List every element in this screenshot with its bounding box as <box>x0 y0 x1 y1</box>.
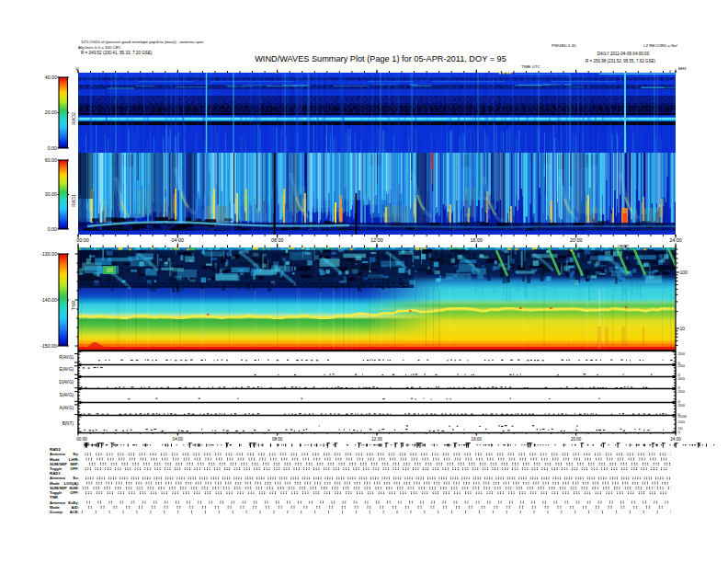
svg-text:60.00: 60.00 <box>45 157 57 163</box>
svg-text:Antenna: Antenna <box>50 500 65 505</box>
svg-text:12:00: 12:00 <box>370 237 383 243</box>
svg-text:00:00: 00:00 <box>76 437 87 442</box>
svg-text:Ey:: Ey: <box>73 452 79 456</box>
svg-text:100: 100 <box>678 419 686 424</box>
svg-text:20.00: 20.00 <box>45 109 57 115</box>
svg-text:08:00: 08:00 <box>272 437 283 442</box>
svg-text:04:00: 04:00 <box>172 237 185 243</box>
svg-text:ACE:: ACE: <box>70 510 79 514</box>
svg-text:200: 200 <box>678 363 686 368</box>
svg-text:30.00: 30.00 <box>45 191 57 197</box>
svg-text:R = 250.98 (231.52, 95.55,: R = 250.98 (231.52, 95.55, 7.62 GSE) <box>586 59 655 63</box>
svg-text:20:00: 20:00 <box>570 237 583 243</box>
svg-text:100: 100 <box>680 270 688 275</box>
svg-text:-140.00: -140.00 <box>40 297 57 303</box>
svg-text:PWGBD 2.40: PWGBD 2.40 <box>552 43 576 48</box>
svg-text:A(AVG): A(AVG) <box>60 406 74 410</box>
svg-text:RAD1: RAD1 <box>71 194 76 207</box>
svg-text:24:00: 24:00 <box>669 237 682 243</box>
svg-text:16:00: 16:00 <box>471 237 483 243</box>
svg-text:Antenna: Antenna <box>50 476 65 480</box>
svg-text:OFF:: OFF: <box>70 466 79 471</box>
svg-text:24:00: 24:00 <box>670 437 681 442</box>
svg-text:ORBIT: ORBIT <box>618 244 630 248</box>
svg-text:-130.00: -130.00 <box>40 251 57 257</box>
svg-text:R(AVG): R(AVG) <box>59 355 74 360</box>
svg-text:LZ RECORD = No!: LZ RECORD = No! <box>643 43 677 48</box>
svg-text:WIND/WAVES Summary Plot (Page: WIND/WAVES Summary Plot (Page 1) for 05-… <box>255 54 506 63</box>
svg-text:OFF:: OFF: <box>70 490 79 495</box>
svg-text:A/D:: A/D: <box>71 505 79 510</box>
svg-text:ExEy:: ExEy: <box>68 500 79 505</box>
svg-text:-150.00: -150.00 <box>40 343 57 349</box>
svg-text:Ex:: Ex: <box>73 476 79 480</box>
svg-text:200: 200 <box>678 376 686 381</box>
svg-text:200: 200 <box>678 389 686 394</box>
svg-text:Mode: Mode <box>50 505 61 510</box>
svg-text:40.00: 40.00 <box>45 75 57 80</box>
svg-text:SEP:: SEP: <box>70 462 79 466</box>
svg-text:16:00: 16:00 <box>472 437 483 442</box>
svg-text:TNR: TNR <box>71 300 76 310</box>
svg-text:0.00: 0.00 <box>48 226 57 232</box>
svg-text:10*LOG10 of (percent good enve: 10*LOG10 of (percent good envelope pop'd… <box>81 40 205 44</box>
svg-text:V: V <box>75 66 79 72</box>
svg-text:BH3: BH3 <box>678 66 687 71</box>
svg-text:12:00: 12:00 <box>371 437 382 442</box>
svg-text:1000: 1000 <box>678 414 688 419</box>
svg-text:LH/R:: LH/R: <box>69 457 79 462</box>
svg-text:TIME UTC: TIME UTC <box>521 64 540 69</box>
svg-text:LOG(A):: LOG(A): <box>64 481 79 486</box>
svg-text:0: 0 <box>678 430 681 434</box>
svg-text:200: 200 <box>678 351 686 356</box>
svg-text:R = 249.52 (230.41, 95.33,: R = 249.52 (230.41, 95.33, 7.20 GSE) <box>81 51 153 55</box>
svg-text:RAD2: RAD2 <box>71 112 76 125</box>
svg-text:Alg lines 0.0 = 100 CEC: Alg lines 0.0 = 100 CEC <box>78 45 121 50</box>
svg-text:E(AVG): E(AVG) <box>60 367 74 372</box>
svg-text:DAILY 2011-04-06 04:00:00: DAILY 2011-04-06 04:00:00 <box>597 52 650 56</box>
svg-text:B(NT): B(NT) <box>63 421 74 426</box>
svg-text:S(AVG): S(AVG) <box>60 393 74 397</box>
svg-text:200: 200 <box>678 403 686 408</box>
svg-text:10: 10 <box>680 326 686 331</box>
svg-text:Antenna: Antenna <box>50 452 65 456</box>
svg-text:Zcomp: Zcomp <box>50 510 63 514</box>
svg-text:D(AVG): D(AVG) <box>59 380 74 385</box>
svg-text:20:00: 20:00 <box>571 437 582 442</box>
svg-text:RAD2: RAD2 <box>50 447 62 452</box>
svg-text:SUM:: SUM: <box>69 486 79 490</box>
svg-text:0.00: 0.00 <box>48 145 57 151</box>
svg-text:08:00: 08:00 <box>271 237 284 243</box>
svg-text:00:00: 00:00 <box>76 237 89 243</box>
svg-text:Mode: Mode <box>50 481 61 486</box>
svg-text:Mode: Mode <box>50 457 61 462</box>
svg-text:04:00: 04:00 <box>173 437 184 442</box>
svg-text:SUM/SEP: SUM/SEP <box>50 462 67 466</box>
svg-text:SUM/SEP: SUM/SEP <box>50 486 67 490</box>
